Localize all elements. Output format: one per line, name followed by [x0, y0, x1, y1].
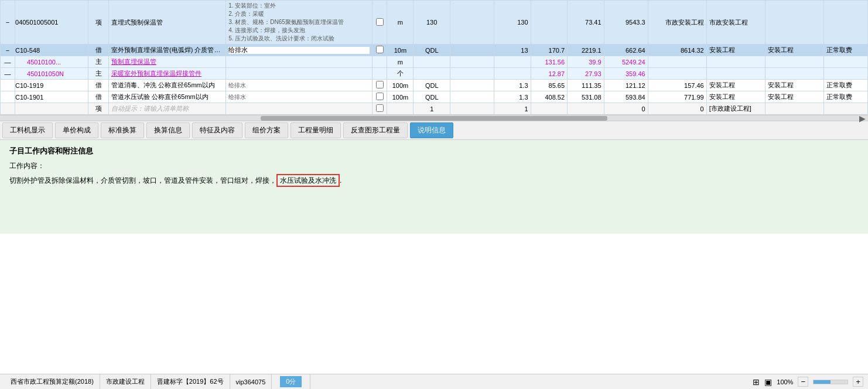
table-row[interactable]: C10-1901借管道水压试验 公称直径65mm以内给排水100mQDL1.34… [1, 91, 868, 103]
table-row[interactable]: 项自动提示：请输入清单简称1100[市政建设工程] [1, 103, 868, 115]
main-table-container: −040501005001项直埋式预制保温管1. 安装部位：室外 2. 介质：采… [0, 0, 868, 115]
table-row[interactable]: −040501005001项直埋式预制保温管1. 安装部位：室外 2. 介质：采… [1, 1, 868, 45]
table-row[interactable]: C10-1919借管道消毒、冲洗 公称直径65mm以内给排水100mQDL1.3… [1, 80, 868, 91]
tab-tab4[interactable]: 换算信息 [146, 122, 190, 138]
desc-input[interactable] [228, 47, 370, 54]
scroll-right-arrow[interactable]: ▶ [857, 114, 868, 123]
table-row[interactable]: —450101050N主采暖室外预制直埋保温焊接管件个12.8727.93359… [1, 68, 868, 80]
tab-tab6[interactable]: 组价方案 [245, 122, 288, 138]
work-text-before: 切割外护管及拆除保温材料，介质管切割，坡口，管道及管件安装，管口组对，焊接， [9, 176, 276, 185]
tab-tab2[interactable]: 单价构成 [55, 122, 98, 138]
row-checkbox[interactable] [376, 18, 384, 26]
row-checkbox[interactable] [376, 104, 384, 112]
tab-bar: 工料机显示单价构成标准换算换算信息特征及内容组价方案工程量明细反查图形工程量说明… [0, 121, 868, 140]
tab-tab1[interactable]: 工料机显示 [2, 122, 53, 138]
row-checkbox[interactable] [376, 81, 384, 88]
tab-tab5[interactable]: 特征及内容 [192, 122, 242, 138]
main-table: −040501005001项直埋式预制保温管1. 安装部位：室外 2. 介质：采… [0, 0, 868, 115]
section-title: 子目工作内容和附注信息 [9, 146, 859, 156]
work-label: 工作内容： [9, 161, 859, 171]
content-area: 子目工作内容和附注信息 工作内容： 切割外护管及拆除保温材料，介质管切割，坡口，… [0, 140, 868, 234]
tab-tab9[interactable]: 说明信息 [410, 122, 453, 138]
tab-tab3[interactable]: 标准换算 [101, 122, 144, 138]
scrollbar-thumb[interactable] [261, 116, 608, 121]
row-checkbox[interactable] [376, 46, 384, 53]
work-text-after: . [340, 176, 341, 185]
table-row[interactable]: −C10-548借室外预制直埋保温管(电弧焊) 介质管道公称直径65mm以内10… [1, 45, 868, 56]
work-text-highlight: 水压试验及水冲洗 [276, 174, 340, 187]
work-content: 切割外护管及拆除保温材料，介质管切割，坡口，管道及管件安装，管口组对，焊接，水压… [9, 175, 859, 187]
table-row[interactable]: —45010100...主预制直埋保温管m131.5639.95249.24 [1, 56, 868, 68]
tab-tab7[interactable]: 工程量明细 [291, 122, 341, 138]
tab-tab8[interactable]: 反查图形工程量 [343, 122, 408, 138]
row-checkbox[interactable] [376, 93, 384, 100]
horizontal-scrollbar[interactable]: ▶ [0, 115, 868, 121]
